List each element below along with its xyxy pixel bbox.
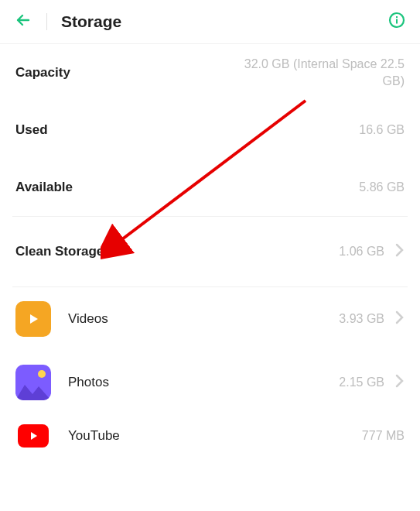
header-bar: Storage	[0, 0, 420, 44]
available-row: Available 5.86 GB	[0, 159, 420, 216]
clean-storage-row[interactable]: Clean Storage 1.06 GB	[0, 217, 420, 286]
page-title: Storage	[61, 12, 121, 31]
capacity-row: Capacity 32.0 GB (Internal Space 22.5 GB…	[0, 44, 420, 101]
used-row: Used 16.6 GB	[0, 101, 420, 159]
app-value: 777 MB	[362, 429, 405, 443]
app-label: YouTube	[68, 428, 120, 444]
chevron-right-icon	[395, 374, 405, 391]
app-row-photos[interactable]: Photos 2.15 GB	[0, 351, 420, 414]
app-row-youtube[interactable]: YouTube 777 MB	[0, 414, 420, 458]
chevron-right-icon	[395, 310, 405, 328]
clean-storage-label: Clean Storage	[15, 244, 104, 259]
clean-storage-value: 1.06 GB	[339, 243, 384, 260]
available-value: 5.86 GB	[359, 179, 405, 196]
youtube-icon	[18, 424, 49, 448]
photos-icon	[15, 365, 51, 400]
app-row-videos[interactable]: Videos 3.93 GB	[0, 287, 420, 351]
app-value: 2.15 GB	[339, 376, 384, 389]
used-value: 16.6 GB	[359, 122, 405, 139]
used-label: Used	[15, 122, 48, 138]
capacity-label: Capacity	[15, 65, 70, 81]
available-label: Available	[15, 180, 73, 195]
app-label: Videos	[68, 311, 108, 327]
info-icon[interactable]	[388, 11, 406, 33]
videos-icon	[15, 301, 51, 337]
app-label: Photos	[68, 375, 109, 390]
capacity-value: 32.0 GB (Internal Space 22.5 GB)	[219, 56, 405, 91]
header-divider	[46, 13, 47, 30]
svg-point-3	[38, 370, 46, 378]
back-icon[interactable]	[14, 11, 32, 33]
app-value: 3.93 GB	[339, 312, 384, 326]
svg-rect-1	[396, 19, 398, 24]
svg-rect-2	[396, 16, 398, 18]
chevron-right-icon	[395, 243, 405, 260]
